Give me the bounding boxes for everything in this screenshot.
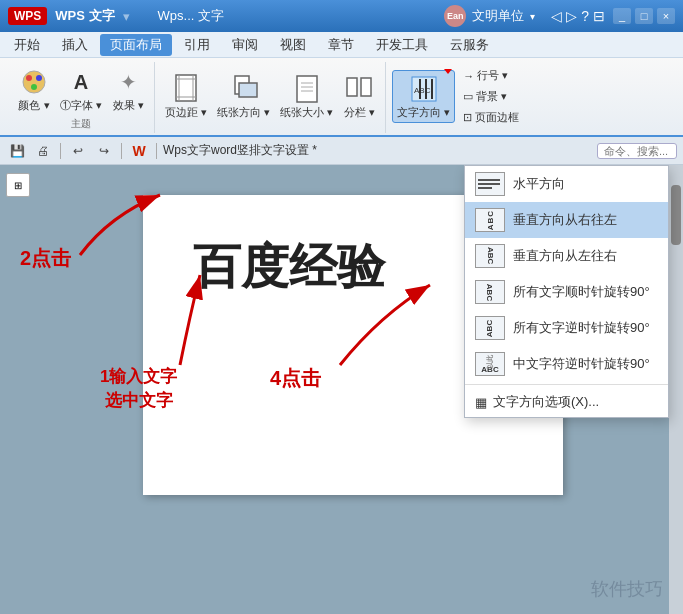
line-number-button[interactable]: → 行号 ▾ <box>459 66 523 85</box>
menu-insert[interactable]: 插入 <box>52 34 98 56</box>
scrollbar-thumb[interactable] <box>671 185 681 245</box>
menu-developer[interactable]: 开发工具 <box>366 34 438 56</box>
color-button-label: 颜色 ▾ <box>18 98 49 113</box>
close-button[interactable]: × <box>657 8 675 24</box>
toolbar-separator <box>60 143 61 159</box>
ribbon-theme-group: 颜色 ▾ A ①字体 ▾ ✦ 效果 ▾ 主题 <box>8 62 155 133</box>
document-area: ⊞ 百度经验 水平方向 ABC 垂直方向从右往左 <box>0 165 683 614</box>
theme-font-button[interactable]: A ①字体 ▾ <box>56 64 106 115</box>
svg-point-1 <box>26 75 32 81</box>
menu-page-layout[interactable]: 页面布局 <box>100 34 172 56</box>
chinese-ccw90-icon: 以此 ABC <box>475 352 505 376</box>
menu-cloud[interactable]: 云服务 <box>440 34 499 56</box>
ribbon-textdir-group: ABC 文字方向 ▾ → 行号 ▾ ▭ 背景 ▾ ⊡ 页面边框 <box>386 62 529 133</box>
cw90-icon: ABC <box>475 280 505 304</box>
chinese-ccw90-label: 中文字符逆时针旋转90° <box>513 355 650 373</box>
font-icon: A <box>65 66 97 98</box>
page-size-button[interactable]: 纸张大小 ▾ <box>276 71 337 122</box>
dropdown-item-vertical-rtl[interactable]: ABC 垂直方向从右往左 <box>465 202 668 238</box>
dropdown-item-ccw90[interactable]: ABC 所有文字逆时针旋转90° <box>465 310 668 346</box>
svg-rect-15 <box>347 78 357 96</box>
toolbar-separator2 <box>121 143 122 159</box>
maximize-button[interactable]: □ <box>635 8 653 24</box>
redo-button[interactable]: ↪ <box>93 140 115 162</box>
toolbar: 💾 🖨 ↩ ↪ W Wps文字word竖排文字设置 * <box>0 137 683 165</box>
minimize-button[interactable]: _ <box>613 8 631 24</box>
vertical-ltr-label: 垂直方向从左往右 <box>513 247 617 265</box>
text-direction-button[interactable]: ABC 文字方向 ▾ <box>392 70 455 123</box>
ribbon: 颜色 ▾ A ①字体 ▾ ✦ 效果 ▾ 主题 <box>0 58 683 137</box>
ccw90-label: 所有文字逆时针旋转90° <box>513 319 650 337</box>
effect-icon: ✦ <box>112 66 144 98</box>
svg-rect-10 <box>239 83 257 97</box>
columns-icon <box>343 73 375 105</box>
options-label: 文字方向选项(X)... <box>493 393 599 411</box>
undo-button[interactable]: ↩ <box>67 140 89 162</box>
doc-name: Wps... 文字 <box>158 7 224 25</box>
window-controls: _ □ × <box>613 8 675 24</box>
theme-effect-button[interactable]: ✦ 效果 ▾ <box>108 64 148 115</box>
ribbon-toggle-icon[interactable]: ⊟ <box>593 8 605 24</box>
question-icon[interactable]: ? <box>581 8 589 24</box>
svg-point-2 <box>36 75 42 81</box>
columns-button[interactable]: 分栏 ▾ <box>339 71 379 122</box>
svg-text:ABC: ABC <box>414 86 431 95</box>
app-name: WPS 文字 <box>55 7 114 25</box>
menu-home[interactable]: 开始 <box>4 34 50 56</box>
background-button[interactable]: ▭ 背景 ▾ <box>459 87 523 106</box>
svg-rect-16 <box>361 78 371 96</box>
svg-rect-11 <box>297 76 317 102</box>
margin-icon <box>170 73 202 105</box>
color-palette-icon <box>18 66 50 98</box>
background-label: 背景 ▾ <box>476 89 507 104</box>
menu-review[interactable]: 审阅 <box>222 34 268 56</box>
toolbar-separator3 <box>156 143 157 159</box>
layout-group-label <box>161 131 379 133</box>
theme-group-label: 主题 <box>14 117 148 133</box>
page-border-label: 页面边框 <box>475 110 519 125</box>
back-icon[interactable]: ◁ <box>551 8 562 24</box>
text-direction-dropdown: 水平方向 ABC 垂直方向从右往左 ABC 垂直方向从左往右 ABC 所有文字顺… <box>464 165 669 418</box>
menu-section[interactable]: 章节 <box>318 34 364 56</box>
page-border-icon: ⊡ <box>463 111 472 124</box>
dropdown-item-cw90[interactable]: ABC 所有文字顺时针旋转90° <box>465 274 668 310</box>
save-button[interactable]: 💾 <box>6 140 28 162</box>
page-margin-button[interactable]: 页边距 ▾ <box>161 71 211 122</box>
page-size-button-label: 纸张大小 ▾ <box>280 105 333 120</box>
ccw90-icon: ABC <box>475 316 505 340</box>
line-number-icon: → <box>463 70 474 82</box>
background-icon: ▭ <box>463 90 473 103</box>
dropdown-item-horizontal[interactable]: 水平方向 <box>465 166 668 202</box>
page-border-button[interactable]: ⊡ 页面边框 <box>459 108 523 127</box>
text-direction-button-label: 文字方向 ▾ <box>397 105 450 120</box>
forward-icon[interactable]: ▷ <box>566 8 577 24</box>
options-icon: ▦ <box>475 395 487 410</box>
page-orientation-button[interactable]: 纸张方向 ▾ <box>213 71 274 122</box>
effect-button-label: 效果 ▾ <box>113 98 144 113</box>
orientation-icon <box>228 73 260 105</box>
wps-logo: WPS <box>8 7 47 25</box>
command-search-input[interactable] <box>597 143 677 159</box>
text-direction-icon: ABC <box>408 73 440 105</box>
user-name: 文明单位 <box>472 7 524 25</box>
dropdown-item-vertical-ltr[interactable]: ABC 垂直方向从左往右 <box>465 238 668 274</box>
avatar: Ean <box>444 5 466 27</box>
line-number-label: 行号 ▾ <box>477 68 508 83</box>
textdir-group-label <box>392 131 523 133</box>
svg-point-3 <box>31 84 37 90</box>
theme-color-button[interactable]: 颜色 ▾ <box>14 64 54 115</box>
dropdown-item-options[interactable]: ▦ 文字方向选项(X)... <box>465 387 668 417</box>
vertical-rtl-label: 垂直方向从右往左 <box>513 211 617 229</box>
dropdown-separator <box>465 384 668 385</box>
menu-view[interactable]: 视图 <box>270 34 316 56</box>
dropdown-item-chinese-ccw90[interactable]: 以此 ABC 中文字符逆时针旋转90° <box>465 346 668 382</box>
scrollbar-vertical[interactable] <box>669 165 683 614</box>
panel-icon1[interactable]: ⊞ <box>6 173 30 197</box>
cw90-label: 所有文字顺时针旋转90° <box>513 283 650 301</box>
horizontal-text-icon <box>475 172 505 196</box>
wps-w-button[interactable]: W <box>128 140 150 162</box>
print-button[interactable]: 🖨 <box>32 140 54 162</box>
dropdown-arrow-icon: ▾ <box>530 11 535 22</box>
vertical-ltr-icon: ABC <box>475 244 505 268</box>
menu-references[interactable]: 引用 <box>174 34 220 56</box>
